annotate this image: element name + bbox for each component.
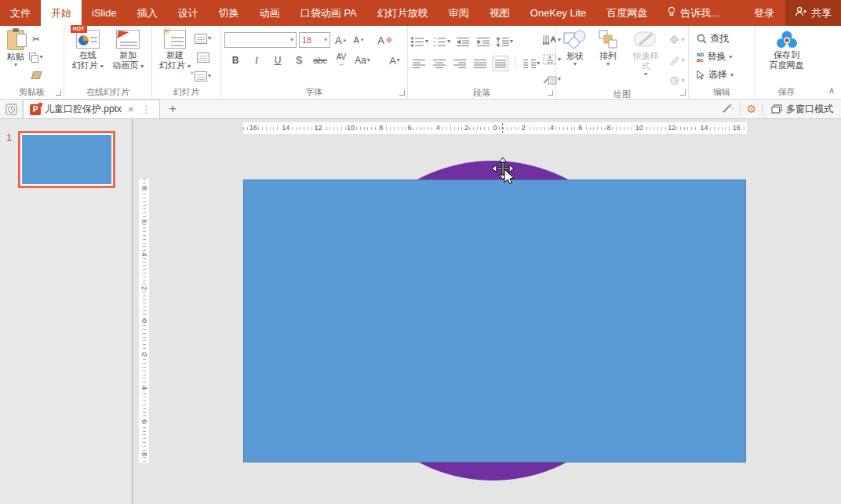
justify-button[interactable] bbox=[472, 56, 488, 71]
shape-outline-button[interactable]: ▾ bbox=[669, 53, 685, 68]
columns-button[interactable]: ▾ bbox=[523, 56, 540, 71]
align-left-button[interactable] bbox=[411, 56, 427, 71]
ribbon-group-editing: 查找 abac 替换 ▾ 选择 ▾ 编辑 bbox=[689, 26, 755, 99]
search-icon bbox=[697, 34, 707, 44]
character-spacing-button[interactable]: AV↔ bbox=[333, 53, 349, 68]
bold-button[interactable]: B bbox=[228, 53, 243, 68]
change-case-button[interactable]: Aa▾ bbox=[355, 53, 370, 68]
multi-window-mode-button[interactable]: 多窗口模式 bbox=[768, 103, 841, 116]
drawing-dialog-launcher[interactable] bbox=[680, 90, 686, 96]
text-shadow-button[interactable]: S bbox=[291, 53, 307, 68]
chevron-down-icon: ▾ bbox=[14, 62, 17, 68]
strikethrough-button[interactable]: abc bbox=[312, 53, 328, 68]
menu-tab-file[interactable]: 文件 bbox=[0, 0, 41, 26]
quick-styles-button[interactable]: 快速样式 ▾ bbox=[625, 29, 666, 89]
new-tab-button[interactable]: + bbox=[160, 100, 186, 118]
copy-button[interactable]: ▾ bbox=[28, 49, 44, 65]
replace-button[interactable]: abac 替换 ▾ bbox=[692, 49, 752, 65]
new-slide-button[interactable]: ✳ 新建 幻灯片 ▾ bbox=[155, 29, 195, 85]
find-button[interactable]: 查找 bbox=[692, 31, 752, 47]
select-button[interactable]: 选择 ▾ bbox=[692, 67, 752, 83]
share-button[interactable]: 共享 bbox=[785, 0, 841, 26]
recent-files-button[interactable] bbox=[0, 100, 23, 118]
new-slide-label-1: 新建 bbox=[166, 50, 184, 60]
increase-indent-button[interactable] bbox=[475, 34, 491, 49]
menu-tab-design[interactable]: 设计 bbox=[168, 0, 209, 26]
font-dialog-launcher[interactable] bbox=[399, 90, 405, 96]
shrink-font-button[interactable]: A▾ bbox=[351, 32, 366, 48]
clear-formatting-button[interactable]: A bbox=[377, 32, 392, 48]
cut-button[interactable]: ✂ bbox=[28, 31, 44, 47]
online-slides-button[interactable]: HOT 在线 幻灯片 ▾ bbox=[68, 29, 107, 85]
italic-button[interactable]: I bbox=[249, 53, 264, 68]
reset-slide-button[interactable] bbox=[195, 49, 211, 65]
chevron-down-icon: ▾ bbox=[510, 38, 513, 45]
arrange-button[interactable]: 排列 ▾ bbox=[594, 29, 622, 89]
menu-tab-insert[interactable]: 插入 bbox=[127, 0, 168, 26]
bullets-button[interactable]: ▾ bbox=[411, 34, 428, 49]
menu-tab-onekey[interactable]: OneKey Lite bbox=[520, 0, 597, 26]
move-cursor-pointer bbox=[486, 156, 520, 189]
drawing-group-label: 绘图 bbox=[613, 89, 631, 100]
menu-bar: 文件 开始 iSlide 插入 设计 切换 动画 口袋动画 PA 幻灯片放映 审… bbox=[0, 0, 841, 26]
close-tab-icon[interactable]: × bbox=[126, 103, 137, 115]
select-cursor-icon bbox=[697, 70, 705, 80]
menu-tab-islide[interactable]: iSlide bbox=[82, 0, 127, 26]
grow-font-button[interactable]: A▴ bbox=[333, 32, 348, 48]
blue-rectangle-shape[interactable] bbox=[243, 179, 746, 462]
menu-tab-view[interactable]: 视图 bbox=[479, 0, 520, 26]
menu-tab-animations[interactable]: 动画 bbox=[249, 0, 290, 26]
new-slide-icon: ✳ bbox=[164, 30, 186, 49]
collapse-ribbon-button[interactable]: ∧ bbox=[828, 85, 835, 96]
chevron-down-icon: ▾ bbox=[208, 35, 211, 42]
login-button[interactable]: 登录 bbox=[743, 0, 785, 26]
menu-tab-slideshow[interactable]: 幻灯片放映 bbox=[367, 0, 439, 26]
align-center-button[interactable] bbox=[431, 56, 447, 71]
shape-fill-button[interactable]: ▾ bbox=[669, 32, 685, 48]
shapes-button[interactable]: 形状 ▾ bbox=[559, 29, 591, 89]
tab-more-icon[interactable]: ⋮ bbox=[140, 104, 153, 115]
chevron-down-icon: ▾ bbox=[681, 57, 684, 63]
menu-tab-transitions[interactable]: 切换 bbox=[209, 0, 249, 26]
clipboard-dialog-launcher[interactable] bbox=[56, 90, 61, 96]
reset-icon bbox=[197, 53, 209, 63]
chevron-down-icon: ▾ bbox=[447, 38, 450, 45]
shapes-icon bbox=[563, 30, 587, 51]
save-to-baidu-button[interactable]: 保存到 百度网盘 bbox=[766, 29, 808, 85]
menu-tab-review[interactable]: 审阅 bbox=[439, 0, 479, 26]
shape-effects-button[interactable]: ▾ bbox=[669, 73, 685, 89]
settings-gear-icon[interactable]: ⚙ bbox=[746, 103, 756, 115]
tell-me[interactable]: 告诉我... bbox=[657, 0, 729, 26]
font-name-combobox[interactable]: ▾ bbox=[224, 32, 297, 48]
recent-files-icon bbox=[5, 103, 17, 115]
paste-button[interactable]: 粘贴 ▾ bbox=[3, 29, 28, 85]
menu-tab-baidu-pan[interactable]: 百度网盘 bbox=[596, 0, 657, 26]
section-button[interactable]: *▾ bbox=[195, 68, 211, 84]
decrease-indent-button[interactable] bbox=[455, 34, 471, 49]
document-tab[interactable]: P 儿童口腔保护.pptx × ⋮ bbox=[23, 100, 160, 118]
paragraph-dialog-launcher[interactable] bbox=[548, 90, 553, 96]
new-animation-page-button[interactable]: 新加 动画页 ▾ bbox=[108, 29, 147, 85]
font-size-combobox[interactable]: 18 ▾ bbox=[299, 32, 330, 48]
format-painter-button[interactable] bbox=[28, 67, 44, 83]
chevron-down-icon: ▾ bbox=[573, 61, 577, 67]
numbering-button[interactable]: ▾ bbox=[433, 34, 450, 49]
distribute-button[interactable] bbox=[493, 56, 508, 71]
chevron-down-icon: ▾ bbox=[367, 57, 370, 63]
align-right-button[interactable] bbox=[452, 56, 468, 71]
magic-wand-button[interactable] bbox=[722, 102, 734, 116]
slide-layout-button[interactable]: ▾ bbox=[195, 31, 211, 46]
quick-styles-icon bbox=[632, 30, 659, 51]
font-color-button[interactable]: A▾ bbox=[387, 53, 402, 68]
slide-thumbnail-1[interactable] bbox=[18, 131, 115, 188]
line-spacing-button[interactable]: ▾ bbox=[496, 34, 513, 49]
section-icon: * bbox=[195, 71, 207, 82]
menu-tab-home[interactable]: 开始 bbox=[41, 0, 82, 26]
online-slides-label-1: 在线 bbox=[79, 50, 96, 60]
slide-canvas[interactable]: 161412 1086 420 246 81012 1416 864 202 4… bbox=[133, 119, 841, 504]
arrow-lr-icon: ↔ bbox=[338, 61, 344, 67]
menu-tab-pocket-animation[interactable]: 口袋动画 PA bbox=[290, 0, 367, 26]
new-slide-label-2: 幻灯片 ▾ bbox=[159, 60, 191, 71]
outline-pen-icon bbox=[669, 56, 680, 65]
underline-button[interactable]: U bbox=[270, 53, 286, 68]
